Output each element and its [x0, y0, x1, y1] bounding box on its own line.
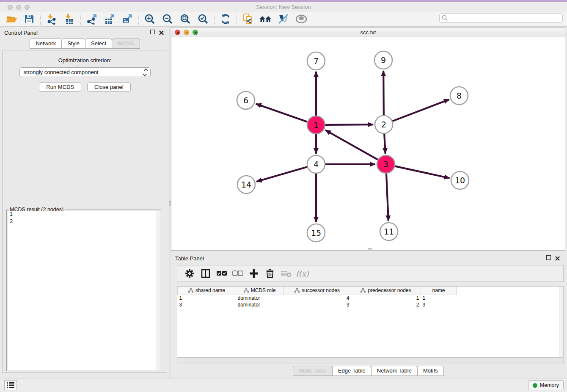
edge-3-1[interactable] — [325, 130, 378, 160]
edge-4-14[interactable] — [256, 167, 307, 182]
node-2[interactable]: 2 — [375, 116, 393, 133]
optimization-criterion-select[interactable]: strongly connected component — [19, 67, 151, 77]
gear-icon — [185, 269, 194, 278]
tab-select[interactable]: Select — [85, 39, 112, 49]
memory-button[interactable]: Memory — [528, 380, 564, 390]
search-box[interactable] — [439, 13, 563, 23]
import-network-button[interactable] — [43, 13, 61, 26]
select-stepper-icon — [143, 69, 148, 76]
houses-icon — [259, 14, 272, 24]
zoom-selected-button[interactable] — [194, 13, 212, 26]
node-table[interactable]: shared nameMCDS rolesuccessor nodesprede… — [177, 286, 564, 358]
tab-mcds[interactable]: MCDS — [112, 39, 140, 49]
trash-icon — [266, 269, 274, 278]
export-table-button[interactable] — [101, 13, 118, 26]
column-header-name[interactable]: name — [421, 287, 457, 295]
float-table-panel-icon[interactable] — [546, 255, 552, 261]
network-canvas[interactable]: 7968124314101511 — [171, 37, 565, 250]
control-panel: Control Panel NetworkStyleSelectMCDS Opt… — [0, 27, 169, 378]
column-header-MCDS-role[interactable]: MCDS role — [236, 287, 284, 295]
memory-status-icon — [533, 383, 537, 388]
sort-tree-icon — [188, 288, 193, 293]
tab-network[interactable]: Network — [30, 39, 62, 49]
close-table-panel-icon[interactable] — [555, 255, 560, 261]
delete-column-button[interactable] — [262, 267, 278, 280]
tab-network-table[interactable]: Network Table — [371, 366, 418, 376]
table-vscrollbar[interactable] — [559, 287, 563, 357]
close-panel-icon[interactable] — [159, 30, 164, 35]
task-history-button[interactable] — [4, 380, 17, 390]
run-mcds-button[interactable]: Run MCDS — [39, 82, 81, 92]
network-window-titlebar: scc.txt — [171, 28, 565, 37]
node-14[interactable]: 14 — [237, 176, 255, 193]
tab-style[interactable]: Style — [61, 39, 85, 49]
search-input[interactable] — [448, 14, 562, 22]
plus-icon — [249, 269, 259, 278]
node-7[interactable]: 7 — [307, 52, 325, 70]
edge-2-8[interactable] — [393, 99, 449, 121]
svg-text:10: 10 — [455, 176, 465, 185]
table-row[interactable]: 1dominator411 — [178, 295, 457, 301]
list-icon — [7, 382, 14, 388]
tab-node-table[interactable]: Node Table — [293, 366, 333, 376]
zoom-out-button[interactable] — [159, 13, 176, 26]
apply-style-button[interactable] — [275, 13, 292, 26]
copy-network-icon — [242, 13, 254, 25]
table-hscrollbar[interactable] — [177, 358, 564, 364]
node-4[interactable]: 4 — [307, 155, 325, 173]
node-1[interactable]: 1 — [307, 116, 325, 134]
node-8[interactable]: 8 — [450, 87, 468, 105]
edge-2-3[interactable] — [384, 134, 385, 154]
node-6[interactable]: 6 — [237, 91, 255, 109]
export-image-button[interactable] — [118, 13, 136, 26]
new-network-from-selection-button[interactable] — [239, 13, 257, 26]
toolbar-separator — [80, 14, 81, 25]
show-hide-button[interactable] — [292, 13, 310, 26]
network-graph[interactable]: 7968124314101511 — [171, 37, 564, 250]
zoom-in-button[interactable] — [141, 13, 159, 26]
select-all-columns-button[interactable] — [214, 267, 230, 280]
node-3[interactable]: 3 — [377, 155, 395, 173]
function-builder-button[interactable]: f(x) — [296, 269, 309, 278]
open-folder-icon — [6, 14, 17, 25]
column-header-successor-nodes[interactable]: successor nodes — [284, 287, 351, 295]
save-session-button[interactable] — [20, 13, 38, 26]
edge-3-11[interactable] — [386, 174, 388, 221]
tab-motifs[interactable]: Motifs — [417, 366, 444, 376]
first-neighbors-button[interactable] — [257, 13, 275, 26]
open-file-button[interactable] — [3, 13, 20, 26]
delete-table-button[interactable] — [278, 267, 294, 280]
tab-edge-table[interactable]: Edge Table — [332, 366, 372, 376]
close-panel-button[interactable]: Close panel — [87, 82, 131, 92]
deselect-all-columns-button[interactable] — [230, 267, 246, 280]
edge-1-2[interactable] — [325, 124, 373, 125]
import-table-button[interactable] — [61, 13, 78, 26]
split-view-button[interactable] — [198, 267, 214, 280]
edge-3-10[interactable] — [395, 166, 449, 178]
toolbar-separator — [138, 14, 139, 25]
export-network-button[interactable] — [83, 13, 101, 26]
node-10[interactable]: 10 — [451, 171, 469, 189]
svg-text:1: 1 — [314, 120, 319, 130]
optimization-criterion-label: Optimization criterion: — [3, 57, 167, 63]
column-header-shared-name[interactable]: shared name — [178, 287, 236, 295]
svg-text:14: 14 — [241, 180, 251, 189]
result-scrollbar[interactable] — [156, 211, 160, 370]
table-row[interactable]: 3dominator323 — [178, 301, 457, 308]
edge-1-6[interactable] — [256, 104, 308, 121]
add-column-button[interactable] — [246, 267, 262, 280]
refresh-button[interactable] — [217, 13, 234, 26]
float-panel-icon[interactable] — [150, 30, 156, 35]
edge-2-9[interactable] — [383, 71, 384, 115]
table-settings-button[interactable] — [182, 267, 198, 280]
column-header-predecessor-nodes[interactable]: predecessor nodes — [351, 287, 421, 295]
mcds-result-textarea[interactable]: 13 — [8, 211, 160, 370]
frame-resize-grip[interactable] — [368, 248, 372, 251]
table-panel: Table Panel — [171, 252, 565, 375]
network-window: scc.txt 7968124314101511 — [171, 27, 565, 251]
result-line: 1 — [8, 211, 160, 218]
node-9[interactable]: 9 — [374, 51, 392, 69]
node-15[interactable]: 15 — [307, 224, 325, 242]
node-11[interactable]: 11 — [380, 223, 398, 240]
zoom-fit-button[interactable] — [176, 13, 194, 26]
